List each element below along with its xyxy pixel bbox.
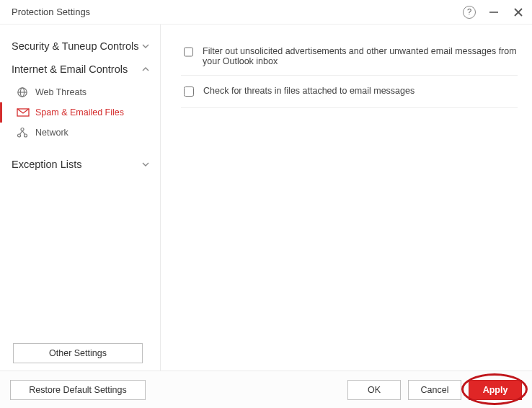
mail-icon [17,107,31,117]
chevron-down-icon [141,160,150,169]
other-settings-button[interactable]: Other Settings [13,343,143,363]
cancel-button[interactable]: Cancel [408,380,461,400]
window-controls: ? [463,6,525,19]
checkbox[interactable] [184,87,194,97]
option-label: Check for threats in files attached to e… [203,86,414,96]
sidebar-item-web-threats[interactable]: Web Threats [0,82,160,102]
window-title: Protection Settings [12,6,90,17]
section-exception-lists[interactable]: Exception Lists [0,153,160,176]
apply-button[interactable]: Apply [469,380,522,400]
content-area: Security & Tuneup Controls Internet & Em… [0,25,532,371]
option-check-attachments[interactable]: Check for threats in files attached to e… [181,81,518,108]
section-internet-email[interactable]: Internet & Email Controls [0,58,160,81]
sidebar-item-label: Network [35,128,68,138]
option-filter-unsolicited[interactable]: Filter out unsolicited advertisements an… [181,42,518,76]
titlebar: Protection Settings ? [0,0,532,25]
option-label: Filter out unsolicited advertisements an… [203,46,518,66]
checkbox[interactable] [184,47,193,57]
help-icon[interactable]: ? [463,6,476,19]
close-icon[interactable] [512,6,525,19]
section-security-tuneup[interactable]: Security & Tuneup Controls [0,35,160,58]
sidebar-item-network[interactable]: Network [0,123,160,143]
chevron-up-icon [141,65,150,74]
ok-button[interactable]: OK [347,380,401,400]
svg-line-10 [20,131,23,135]
svg-point-9 [25,134,27,137]
sidebar: Security & Tuneup Controls Internet & Em… [0,25,161,371]
globe-icon [17,87,31,98]
network-icon [17,127,31,138]
svg-point-7 [21,128,24,131]
footer-right-buttons: OK Cancel Apply [347,380,522,400]
svg-line-11 [22,131,25,135]
sidebar-item-label: Web Threats [35,87,87,97]
section-internet-email-items: Web Threats Spam & Emailed Files Network [0,81,160,147]
main-panel: Filter out unsolicited advertisements an… [161,25,532,371]
sidebar-item-spam-emailed-files[interactable]: Spam & Emailed Files [0,102,160,123]
chevron-down-icon [141,42,150,50]
section-label: Exception Lists [12,159,82,170]
restore-defaults-button[interactable]: Restore Default Settings [10,380,146,400]
footer: Restore Default Settings OK Cancel Apply [0,371,532,408]
section-label: Internet & Email Controls [12,63,128,75]
section-label: Security & Tuneup Controls [12,40,139,52]
minimize-icon[interactable] [487,6,500,19]
sidebar-item-label: Spam & Emailed Files [35,107,124,117]
svg-point-8 [18,134,21,137]
